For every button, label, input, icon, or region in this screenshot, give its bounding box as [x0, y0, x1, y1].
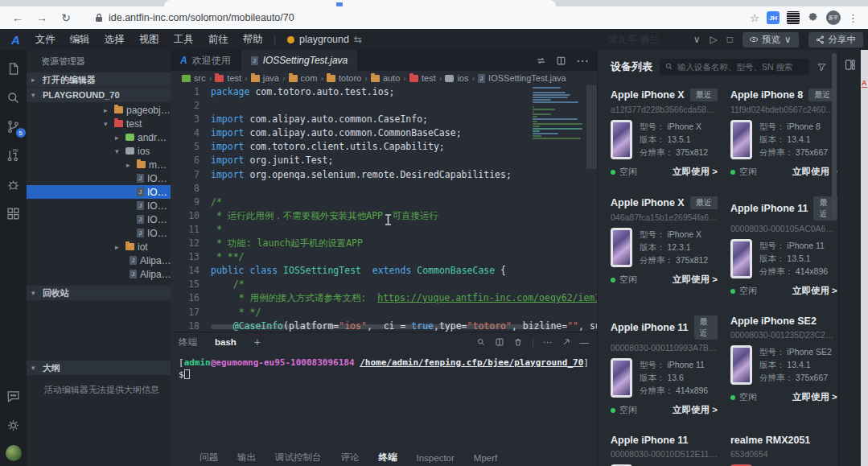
tree-item[interactable]: JAlipa…	[27, 254, 171, 267]
user-avatar[interactable]	[6, 445, 22, 461]
tree-item[interactable]: ▸andr…	[27, 130, 171, 144]
tree-item[interactable]: JIO…	[27, 199, 171, 212]
use-now-link[interactable]: 立即使用 >	[673, 166, 718, 178]
use-now-link[interactable]: 立即使用 >	[673, 404, 718, 416]
outline-section[interactable]: ▾ 大纲	[27, 361, 171, 375]
run-icon[interactable]: ▷	[710, 34, 718, 45]
feedback-icon[interactable]	[5, 387, 23, 405]
menu-item[interactable]: 编辑	[63, 34, 97, 45]
menu-item[interactable]: 文件	[28, 34, 63, 45]
filter-funnel-icon[interactable]	[817, 62, 827, 72]
breadcrumb-item[interactable]: totoro	[327, 73, 361, 83]
breadcrumb-item[interactable]: ios	[445, 73, 468, 83]
breadcrumb-item[interactable]: JIOSSettingTest.java	[478, 73, 566, 83]
preview-dropdown-icon[interactable]: ∨	[784, 34, 791, 45]
code-line[interactable]: 5import com.totoro.client.utils.Capabili…	[171, 140, 597, 154]
terminal-search-icon[interactable]	[476, 337, 486, 347]
menu-item[interactable]: 选择	[97, 34, 132, 45]
extension-pixel-icon[interactable]	[787, 11, 800, 24]
breadcrumb-item[interactable]: java	[251, 73, 279, 83]
code-editor[interactable]: 1package com.totoro.auto.test.ios;23impo…	[171, 85, 597, 332]
extension-jh-icon[interactable]: JH	[767, 11, 780, 24]
chevron-right-icon[interactable]: ▸	[104, 106, 111, 114]
browser-menu-icon[interactable]: ⋮	[848, 12, 858, 24]
explorer-icon[interactable]	[5, 60, 23, 77]
extensions-puzzle-icon[interactable]	[807, 12, 819, 24]
device-search-input[interactable]	[660, 59, 809, 75]
chevron-right-icon[interactable]: ▸	[115, 243, 122, 251]
code-line[interactable]: 16 * 用例的接入方式请参考文档: https://yuque.antfin-…	[171, 291, 597, 305]
use-now-link[interactable]: 立即使用 >	[792, 285, 837, 297]
chevron-down-icon[interactable]: ▾	[104, 120, 111, 128]
menu-item[interactable]: 前往	[201, 34, 236, 45]
device-panel-toggle-icon[interactable]	[843, 58, 857, 72]
breadcrumb-item[interactable]: auto	[371, 73, 400, 83]
settings-gear-icon[interactable]	[5, 416, 23, 434]
browser-active-tab[interactable]	[164, 0, 556, 6]
terminal-shell-tab[interactable]: bash	[215, 337, 237, 347]
split-editor-icon[interactable]	[556, 56, 566, 66]
breadcrumb-item[interactable]: src	[182, 73, 206, 83]
run-dropdown-icon[interactable]: ∨	[693, 34, 701, 45]
code-line[interactable]: 15 /*	[171, 278, 597, 291]
panel-tab-Inspector[interactable]: Inspector	[417, 453, 455, 463]
terminal-output[interactable]: [admin@egumomng-eu95-100083096184 /home/…	[171, 352, 597, 386]
editor-tab[interactable]: JIOSSettingTest.java	[241, 50, 359, 71]
vertical-scrollbar[interactable]	[586, 85, 597, 169]
split-terminal-icon[interactable]	[495, 337, 504, 347]
search-icon[interactable]	[5, 89, 23, 106]
switch-project-icon[interactable]: ⇆	[354, 34, 362, 45]
code-line[interactable]: 10 * 运行此用例，不需要额外安装其他APP，可直接运行	[171, 209, 597, 223]
minimap[interactable]	[533, 87, 584, 140]
share-button[interactable]: 分享中	[808, 32, 864, 47]
use-now-link[interactable]: 立即使用 >	[673, 274, 718, 286]
tree-item[interactable]: ▾test	[27, 117, 171, 130]
horizontal-scrollbar[interactable]	[211, 324, 557, 329]
source-control-icon[interactable]: 5	[5, 118, 23, 135]
tree-item[interactable]: ▾ios	[27, 144, 171, 158]
menu-item[interactable]: 工具	[167, 34, 201, 45]
tree-item[interactable]: JAlipa…	[27, 267, 171, 281]
tree-item[interactable]: ▸iot	[27, 240, 171, 254]
stop-icon[interactable]: □	[727, 34, 733, 45]
extensions-icon[interactable]	[5, 204, 23, 222]
new-terminal-icon[interactable]: +	[254, 336, 261, 348]
code-line[interactable]: 13 * **/	[171, 250, 597, 264]
code-line[interactable]: 7import org.openqa.selenium.remote.Desir…	[171, 168, 597, 182]
panel-tab-评论[interactable]: 评论	[341, 452, 360, 464]
code-line[interactable]: 17 * */	[171, 306, 597, 320]
forward-icon[interactable]: →	[32, 11, 51, 24]
url-bar[interactable]: ide.antfin-inc.com/solomon/mobileauto/70	[95, 12, 745, 23]
breadcrumb-item[interactable]: com	[289, 73, 318, 83]
maximize-panel-icon[interactable]	[562, 337, 571, 347]
code-line[interactable]: 14public class IOSSettingTest extends Co…	[171, 264, 597, 278]
chevron-down-icon[interactable]: ▾	[115, 147, 122, 155]
code-line[interactable]: 8	[171, 182, 597, 196]
tree-item[interactable]: JIO…	[27, 226, 171, 240]
menu-item[interactable]: 视图	[132, 34, 167, 45]
device-list-scrollbar[interactable]	[832, 53, 837, 218]
breadcrumb-item[interactable]: test	[215, 73, 241, 83]
pull-request-icon[interactable]: PR	[5, 146, 23, 164]
back-icon[interactable]: ←	[8, 11, 27, 24]
tree-item[interactable]: ▸pageobj…	[27, 103, 171, 117]
menu-item[interactable]: 帮助	[236, 34, 270, 45]
chevron-right-icon[interactable]: ▸	[126, 161, 134, 169]
bookmark-star-icon[interactable]: ☆	[750, 12, 759, 24]
editor-tab[interactable]: A欢迎使用	[171, 50, 241, 71]
terminal-more-icon[interactable]: ⋯	[543, 336, 553, 348]
debug-icon[interactable]	[5, 175, 23, 193]
recycle-bin-section[interactable]: ▾ 回收站	[27, 286, 171, 300]
tree-item[interactable]: JIO…	[27, 185, 171, 199]
use-now-link[interactable]: 立即使用 >	[792, 166, 837, 178]
project-section[interactable]: ▾ PLAYGROUND_70	[27, 88, 171, 102]
chevron-right-icon[interactable]: ▸	[115, 134, 122, 142]
panel-tab-终端[interactable]: 终端	[379, 452, 397, 464]
ide-logo[interactable]: A	[11, 33, 20, 47]
browser-avatar[interactable]: 苏平	[826, 10, 841, 25]
preview-button[interactable]: 预览 ∨	[743, 32, 798, 47]
code-line[interactable]: 9/*	[171, 196, 597, 209]
tree-item[interactable]: ▸m…	[27, 158, 171, 171]
project-indicator[interactable]: playground ⇆	[287, 34, 362, 45]
panel-tab-问题[interactable]: 问题	[200, 452, 218, 464]
